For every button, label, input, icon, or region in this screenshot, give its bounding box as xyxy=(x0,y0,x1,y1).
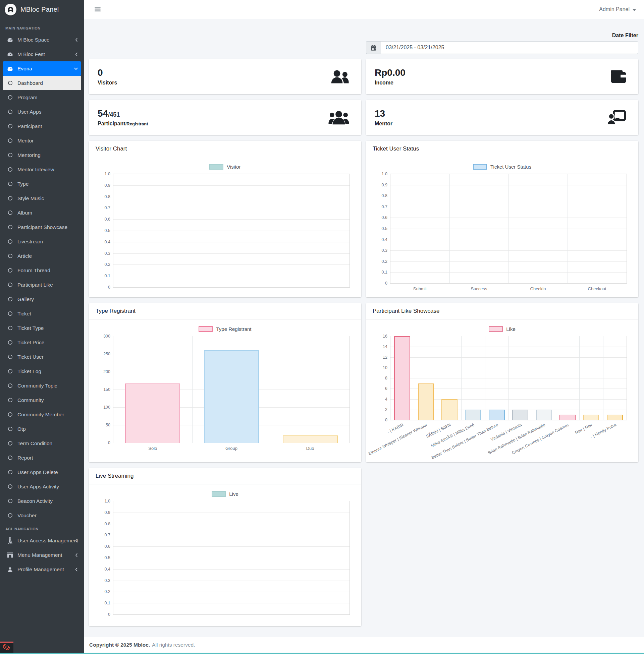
plot-area: 1.00.90.80.70.60.50.40.30.20.10 xyxy=(113,501,350,615)
bar xyxy=(489,410,505,420)
circle-icon xyxy=(5,513,15,518)
y-axis-tick: 0 xyxy=(108,612,110,617)
date-range-input-group xyxy=(366,41,638,54)
chart-legend: Visitor xyxy=(98,164,352,170)
sidebar-item-article[interactable]: Article xyxy=(3,249,81,263)
ticket-user-status-card: Ticket User Status Ticket User Status1.0… xyxy=(366,141,638,297)
sidebar-item-ticket[interactable]: Ticket xyxy=(3,307,81,321)
stat-card-participant: 54/451 Participant/Registrant xyxy=(89,100,361,135)
sidebar-item-evoria[interactable]: Evoria xyxy=(3,61,81,76)
sidebar-item-participant[interactable]: Participant xyxy=(3,119,81,134)
circle-icon xyxy=(5,340,15,345)
live-streaming-chart: Live1.00.90.80.70.60.50.40.30.20.10 xyxy=(98,491,352,615)
laravel-icon xyxy=(3,644,10,652)
ticket-user-status-chart: Ticket User Status1.00.90.80.70.60.50.40… xyxy=(375,164,629,284)
date-range-input[interactable] xyxy=(381,41,638,54)
nav-section-label: MAIN NAVIGATION xyxy=(3,22,81,32)
visitor-chart-title: Visitor Chart xyxy=(89,141,361,157)
admin-panel-menu[interactable]: Admin Panel xyxy=(599,6,636,13)
sidebar-item-community[interactable]: Community xyxy=(3,393,81,407)
y-axis-tick: 0.6 xyxy=(105,217,110,222)
brand-link[interactable]: MBloc Panel xyxy=(0,0,84,19)
type-registrant-card: Type Registrant Type Registrant300250200… xyxy=(89,303,361,462)
sidebar-item-mentor[interactable]: Mentor xyxy=(3,134,81,148)
participant-like-showcase-chart: Like1614121086420- | KABIREleanor Whispe… xyxy=(375,326,629,420)
sidebar-item-profile-management[interactable]: Profile Management xyxy=(3,562,81,577)
sidebar-item-mentoring[interactable]: Mentoring xyxy=(3,148,81,162)
y-axis-tick: 1.0 xyxy=(105,499,110,504)
visitor-chart: Visitor1.00.90.80.70.60.50.40.30.20.10 xyxy=(98,164,352,288)
sidebar-item-user-access-management[interactable]: User Access Management xyxy=(3,533,81,548)
stat-label: Visitors xyxy=(98,80,117,86)
footer: Copyright © 2025 Mbloc. All rights reser… xyxy=(84,637,644,653)
y-axis-tick: 14 xyxy=(383,344,387,349)
date-filter-row xyxy=(89,41,638,54)
wallet-icon xyxy=(611,70,626,83)
circle-icon xyxy=(5,427,15,431)
chevron-down-icon xyxy=(74,67,78,70)
y-axis-tick: 0.1 xyxy=(105,601,110,605)
sidebar-item-participant-showcase[interactable]: Participant Showcase xyxy=(3,220,81,234)
chalkboard-user-icon xyxy=(607,110,626,125)
chevron-left-icon xyxy=(74,553,78,557)
sidebar: MBloc Panel MAIN NAVIGATION M Bloc Space… xyxy=(0,0,84,654)
y-axis-tick: 0.9 xyxy=(105,510,110,515)
sidebar-item-report[interactable]: Report xyxy=(3,451,81,465)
legend-label: Like xyxy=(506,326,515,332)
sidebar-item-user-apps-activity[interactable]: User Apps Activity xyxy=(3,479,81,494)
sidebar-item-user-apps-delete[interactable]: User Apps Delete xyxy=(3,465,81,479)
stat-row-1: 0 Visitors Rp0.00 Income xyxy=(89,59,638,94)
x-axis-label: Solo xyxy=(148,446,157,451)
y-axis-tick: 0.5 xyxy=(105,228,110,233)
sidebar-item-forum-thread[interactable]: Forum Thread xyxy=(3,263,81,277)
sidebar-item-mentor-inteview[interactable]: Mentor Inteview xyxy=(3,162,81,177)
sidebar-item-dashboard[interactable]: Dashboard xyxy=(3,76,81,90)
sidebar-item-ticket-log[interactable]: Ticket Log xyxy=(3,364,81,379)
sidebar-item-m-bloc-space[interactable]: M Bloc Space xyxy=(3,32,81,47)
sidebar-item-album[interactable]: Album xyxy=(3,205,81,220)
legend-swatch xyxy=(489,326,503,332)
legend-label: Live xyxy=(229,491,238,497)
circle-icon xyxy=(5,311,15,316)
circle-icon xyxy=(5,239,15,244)
filter-spacer xyxy=(89,41,361,54)
x-axis-label: Duo xyxy=(306,446,314,451)
sidebar-item-livestream[interactable]: Livestream xyxy=(3,234,81,249)
circle-icon xyxy=(5,124,15,129)
visitor-chart-card: Visitor Chart Visitor1.00.90.80.70.60.50… xyxy=(89,141,361,297)
y-axis-tick: 0.4 xyxy=(382,237,387,242)
chevron-left-icon xyxy=(74,38,78,42)
sidebar-item-beacon-activity[interactable]: Beacon Activity xyxy=(3,494,81,508)
sidebar-item-ticket-user[interactable]: Ticket User xyxy=(3,349,81,364)
y-axis-tick: 0.1 xyxy=(382,270,387,274)
sidebar-item-community-member[interactable]: Community Member xyxy=(3,407,81,422)
sidebar-item-term-condition[interactable]: Term Condition xyxy=(3,436,81,451)
menu-toggle-button[interactable] xyxy=(93,5,102,14)
y-axis-tick: 150 xyxy=(103,387,110,392)
chevron-left-icon xyxy=(74,567,78,572)
sidebar-item-otp[interactable]: Otp xyxy=(3,422,81,436)
sidebar-item-participant-like[interactable]: Participant Like xyxy=(3,277,81,292)
laravel-badge xyxy=(0,641,14,653)
sidebar-item-type[interactable]: Type xyxy=(3,177,81,191)
y-axis-tick: 12 xyxy=(383,355,387,360)
sidebar-item-user-apps[interactable]: User Apps xyxy=(3,104,81,119)
sidebar-nav: MAIN NAVIGATION M Bloc Space M Bloc Fest… xyxy=(0,19,84,577)
legend-swatch xyxy=(209,164,223,170)
sidebar-item-style-music[interactable]: Style Music xyxy=(3,191,81,205)
user-icon xyxy=(5,567,15,572)
sidebar-item-program[interactable]: Program xyxy=(3,90,81,104)
sidebar-item-gallery[interactable]: Gallery xyxy=(3,292,81,307)
sidebar-item-ticket-price[interactable]: Ticket Price xyxy=(3,335,81,349)
sidebar-item-voucher[interactable]: Voucher xyxy=(3,508,81,523)
admin-panel-label: Admin Panel xyxy=(599,6,629,13)
y-axis-tick: 6 xyxy=(385,386,387,391)
plot-area: 1.00.90.80.70.60.50.40.30.20.10SubmitSuc… xyxy=(390,174,627,284)
circle-icon xyxy=(5,152,15,158)
sidebar-item-community-topic[interactable]: Community Topic xyxy=(3,379,81,393)
sidebar-item-m-bloc-fest[interactable]: M Bloc Fest xyxy=(3,47,81,61)
y-axis-tick: 0 xyxy=(385,418,387,422)
sidebar-item-menu-management[interactable]: Menu Management xyxy=(3,548,81,562)
plot-area: 300250200150100500SoloGroupDuo xyxy=(113,336,350,443)
sidebar-item-ticket-type[interactable]: Ticket Type xyxy=(3,321,81,335)
